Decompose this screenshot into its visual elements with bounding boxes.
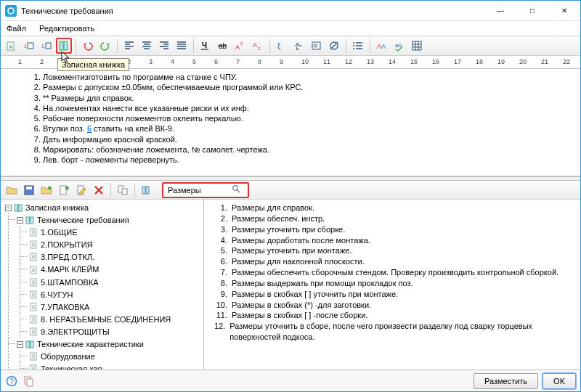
maximize-button[interactable]: □: [516, 1, 548, 20]
position-link[interactable]: 6: [87, 124, 92, 133]
ruler-tick: 8: [258, 58, 261, 65]
svg-point-0: [8, 8, 14, 14]
tree-item[interactable]: Техническая хар: [28, 362, 200, 369]
tree-item[interactable]: 3.ПРЕД.ОТКЛ.: [28, 250, 200, 263]
tree-item[interactable]: Оборудование: [28, 350, 200, 362]
notebook-button[interactable]: [56, 38, 72, 54]
library-button[interactable]: [139, 182, 155, 198]
place-button[interactable]: Разместить: [474, 373, 538, 389]
requirements-editor[interactable]: Ложементизготовить по программе на станк…: [1, 69, 580, 176]
help-icon[interactable]: ?: [5, 375, 18, 388]
svg-text:2: 2: [240, 41, 243, 46]
search-icon[interactable]: [232, 184, 241, 195]
result-row[interactable]: 11.Размеры в скобках [ ] -после сборки.: [210, 310, 574, 321]
result-row[interactable]: 10.Размеры в скобках (*) -для заготовки.: [210, 300, 574, 311]
svg-rect-8: [64, 41, 68, 50]
result-row[interactable]: 5.Размеры уточнить при монтаже.: [210, 245, 574, 256]
align-right-button[interactable]: [156, 38, 172, 54]
svg-rect-28: [413, 41, 421, 50]
ruler-tick: 19: [497, 58, 505, 65]
result-row[interactable]: 1.Размеры для справок.: [210, 203, 574, 213]
font-button[interactable]: AA: [374, 38, 390, 54]
svg-rect-36: [122, 189, 127, 195]
align-center-button[interactable]: [139, 38, 155, 54]
tolerance-button[interactable]: [309, 38, 325, 54]
underline-button[interactable]: Ч: [198, 38, 214, 54]
book-icon: [25, 340, 35, 348]
tree-item[interactable]: 8. НЕРАЗЪЕМНЫЕ СОЕДИНЕНИЯ: [28, 313, 200, 325]
result-row[interactable]: 8.Размеры выдержать при помощи прокладок…: [210, 278, 574, 289]
open-button[interactable]: [4, 182, 20, 198]
table-button[interactable]: [409, 38, 425, 54]
svg-line-40: [237, 189, 240, 192]
superscript-button[interactable]: A2: [232, 38, 248, 54]
svg-text:A: A: [253, 41, 257, 49]
align-left-button[interactable]: [121, 38, 137, 54]
menubar: Файл Редактировать: [1, 21, 580, 36]
tree-item[interactable]: 5.ШТАМПОВКА: [28, 276, 200, 288]
insert-into-text-button[interactable]: [115, 182, 131, 198]
strike-button[interactable]: ab: [215, 38, 231, 54]
autonumber-button[interactable]: 1: [21, 38, 37, 54]
new-folder-button[interactable]: ✱: [38, 182, 54, 198]
ruler-tick: 5: [192, 58, 196, 65]
tree-item[interactable]: 9.ЭЛЕКТРОЩИТЫ: [28, 325, 200, 338]
tree-item[interactable]: 6.ЧУГУН: [28, 288, 200, 301]
result-row[interactable]: 7.Размеры обеспечить сборочным стендом. …: [210, 267, 574, 278]
ruler-tick: 16: [432, 58, 439, 65]
menu-edit[interactable]: Редактировать: [36, 23, 97, 34]
tree-pane[interactable]: −Записная книжка−Технические требования1…: [1, 200, 204, 369]
spellcheck-button[interactable]: ab: [391, 38, 407, 54]
align-justify-button[interactable]: [174, 38, 190, 54]
ok-button[interactable]: OK: [543, 373, 576, 389]
requirement-item: Размеры с допуском ±0.05мм, обеспечиваем…: [43, 82, 574, 92]
titlebar: Технические требования ― □ ✕: [1, 1, 580, 21]
ruler-tick: 17: [454, 58, 461, 65]
result-row[interactable]: 2.Размеры обеспеч. инстр.: [210, 213, 574, 224]
autonumber2-button[interactable]: 1.: [38, 38, 54, 54]
tree-item[interactable]: 4.МАРК КЛЕЙМ: [28, 263, 200, 275]
new-item-button[interactable]: ✱: [56, 182, 72, 198]
redo-button[interactable]: [97, 38, 113, 54]
tree-folder[interactable]: −Технические требования1.ОБЩИЕ2.ПОКРЫТИЯ…: [17, 213, 200, 338]
ruler-tick: 1: [18, 58, 22, 65]
result-row[interactable]: 6.Размеры для наклонной плоскости.: [210, 256, 574, 267]
result-row[interactable]: 12.Размеры уточнить в сборе, после чего …: [210, 321, 574, 343]
menu-file[interactable]: Файл: [4, 23, 29, 34]
close-button[interactable]: ✕: [548, 1, 580, 20]
requirement-item: Лев. борт - ложементы перевернуть.: [43, 155, 574, 165]
insert-button[interactable]: A: [4, 38, 20, 54]
list-button[interactable]: [350, 38, 366, 54]
svg-text:A: A: [235, 44, 240, 51]
search-input[interactable]: [166, 185, 232, 195]
result-row[interactable]: 9.Размеры в скобках [ ] уточнить при мон…: [210, 289, 574, 300]
tree-item[interactable]: 2.ПОКРЫТИЯ: [28, 238, 200, 250]
result-row[interactable]: 3.Размеры уточнить при сборке.: [210, 224, 574, 235]
tree-root[interactable]: −Записная книжка−Технические требования1…: [5, 201, 200, 369]
svg-rect-42: [18, 205, 22, 211]
copy-page-icon[interactable]: [23, 375, 36, 388]
minimize-button[interactable]: ―: [484, 1, 516, 20]
tree-folder[interactable]: −Технические характеристикиОборудованиеТ…: [17, 338, 200, 369]
symbol-button[interactable]: ξ: [274, 38, 290, 54]
ruler-tick: 4: [171, 58, 174, 65]
results-pane[interactable]: 1.Размеры для справок.2.Размеры обеспеч.…: [204, 200, 580, 369]
svg-text:ξ: ξ: [277, 42, 281, 51]
ruler-tick: 10: [301, 58, 309, 65]
ruler-tick: 2: [40, 58, 44, 65]
search-box[interactable]: [162, 182, 249, 198]
fraction-button[interactable]: ab: [291, 38, 307, 54]
diameter-button[interactable]: [326, 38, 342, 54]
edit-item-button[interactable]: [73, 182, 89, 198]
delete-button[interactable]: [91, 182, 107, 198]
tree-item[interactable]: 1.ОБЩИЕ: [28, 226, 200, 238]
notebook-toolbar: ✱ ✱: [1, 181, 580, 200]
save-button[interactable]: [21, 182, 37, 198]
undo-button[interactable]: [80, 38, 96, 54]
tree-item[interactable]: 7.УПАКОВКА: [28, 301, 200, 313]
page-icon: [28, 253, 38, 261]
page-icon: [28, 240, 38, 249]
page-icon: [28, 228, 38, 237]
subscript-button[interactable]: A2: [250, 38, 266, 54]
result-row[interactable]: 4.Размеры доработать после монтажа.: [210, 235, 574, 246]
